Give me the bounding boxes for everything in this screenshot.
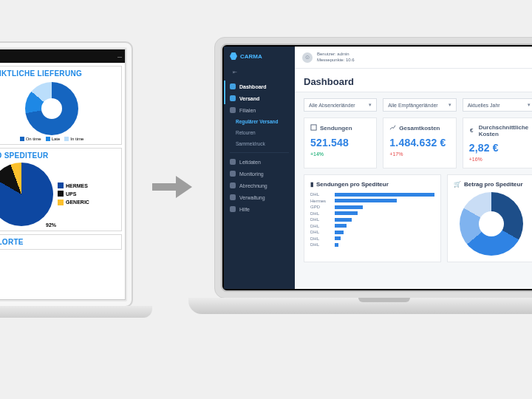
donut-delivery-chart: [25, 82, 78, 135]
menu-icon: [230, 206, 236, 212]
brand-logo-icon: [230, 52, 237, 60]
kpi-value: 521.548: [310, 137, 370, 149]
legend-generic: GENERIC: [58, 198, 89, 206]
bar-label: DHL: [310, 224, 331, 228]
bar-row: DHL: [310, 236, 434, 241]
transform-arrow-icon: [152, 174, 192, 200]
new-screen: CARMA ⇤ DashboardVersandFilialenReguläre…: [224, 47, 532, 289]
bar-fill: [335, 199, 397, 202]
chevron-down-icon: ▾: [528, 102, 531, 108]
bar-row: Hermes: [310, 199, 434, 203]
legend-hermes: HERMES: [58, 182, 89, 190]
bar-fill: [335, 236, 341, 240]
new-laptop: CARMA ⇤ DashboardVersandFilialenReguläre…: [214, 37, 532, 299]
bar-row: DHL: [310, 224, 434, 228]
sidebar-item-sammeldruck[interactable]: Sammeldruck: [224, 138, 295, 149]
filter-label: Alle Absenderländer: [309, 103, 355, 108]
bar-row: DHL: [310, 217, 434, 222]
chevron-down-icon: ▾: [449, 102, 451, 108]
old-card-zielorte: ZIELORTE: [0, 234, 122, 250]
pie-legend: HERMES UPS GENERIC: [58, 182, 89, 207]
package-icon: [310, 124, 317, 132]
old-laptop: • • • ⋯ PÜNKTLICHE LIEFERUNG On time Lat…: [0, 41, 133, 307]
old-screen: • • • ⋯ PÜNKTLICHE LIEFERUNG On time Lat…: [0, 49, 126, 300]
bar-row: DHL: [310, 230, 434, 234]
filter-alle-empfängerländer[interactable]: Alle Empfängerländer▾: [383, 98, 456, 112]
sidebar-item-hilfe[interactable]: Hilfe: [224, 203, 295, 215]
donut-betrag-chart: [460, 192, 523, 256]
filter-label: Aktuelles Jahr: [468, 103, 500, 108]
sidebar-item-regulärer-versand[interactable]: Regulärer Versand: [224, 116, 295, 127]
kpi-sendungen: Sendungen521.548+14%: [304, 117, 377, 168]
old-card-pro-title: PRO SPEDITEUR: [0, 151, 118, 160]
nav-menu: DashboardVersandFilialenRegulärer Versan…: [224, 78, 295, 218]
chevron-down-icon: ▾: [369, 102, 372, 108]
kpi-delta: +14%: [310, 151, 370, 157]
bar-label: DHL: [310, 230, 331, 234]
menu-icon: [230, 107, 236, 113]
svg-rect-0: [311, 125, 316, 130]
bars-body: DHLHermesGPDDHLDHLDHLDHLDHLDHL: [310, 192, 434, 247]
bar-fill: [335, 205, 363, 209]
pie-main-pct: 92%: [46, 222, 56, 228]
panel-row: ▮ Sendungen pro Spediteur DHLHermesGPDDH…: [295, 168, 532, 262]
bar-fill: [335, 211, 358, 215]
menu-icon: [230, 171, 236, 177]
menu-icon: [230, 95, 236, 101]
legend-ups: UPS: [58, 190, 89, 198]
bar-label: DHL: [310, 211, 331, 216]
menu-separator: [230, 152, 289, 153]
old-topbar: • • • ⋯: [0, 50, 125, 63]
kpi-title: Durchschnittliche Kosten: [479, 124, 529, 137]
sidebar: CARMA ⇤ DashboardVersandFilialenReguläre…: [224, 47, 295, 289]
avatar-icon[interactable]: ☺: [302, 52, 313, 63]
bar-row: DHL: [310, 192, 434, 197]
kpi-delta: +17%: [389, 151, 449, 157]
old-topbar-text: ⋯: [117, 54, 122, 59]
sidebar-item-abrechnung[interactable]: Abrechnung: [224, 180, 295, 191]
sidebar-item-retouren[interactable]: Retouren: [224, 127, 295, 138]
user-sub: Messepunkte: 10.6: [317, 58, 355, 63]
menu-label: Sammeldruck: [236, 141, 265, 146]
sidebar-item-leitdaten[interactable]: Leitdaten: [224, 156, 295, 168]
old-card-pro-spediteur: PRO SPEDITEUR 92% HERMES UPS GENERIC: [0, 148, 122, 231]
brand[interactable]: CARMA: [224, 47, 295, 67]
menu-label: Dashboard: [239, 84, 267, 89]
legend-a: On time: [20, 137, 41, 141]
menu-icon: [230, 183, 236, 188]
filter-row: Alle Absenderländer▾Alle Empfängerländer…: [295, 92, 532, 117]
filter-alle-absenderländer[interactable]: Alle Absenderländer▾: [304, 98, 377, 112]
menu-label: Abrechnung: [239, 183, 267, 188]
sidebar-collapse-button[interactable]: ⇤: [224, 67, 295, 78]
user-meta: Benutzer: admin Messepunkte: 10.6: [317, 52, 355, 62]
menu-label: Versand: [239, 96, 259, 101]
svg-text:€: €: [470, 127, 474, 134]
old-card-zielorte-title: ZIELORTE: [0, 238, 118, 246]
new-laptop-base: [188, 298, 532, 314]
legend-c: In time: [64, 137, 83, 141]
old-card-delivery-title: PÜNKTLICHE LIEFERUNG: [0, 69, 118, 78]
kpi-value: 2,82 €: [469, 142, 529, 154]
sidebar-item-dashboard[interactable]: Dashboard: [224, 81, 295, 92]
sidebar-item-versand[interactable]: Versand: [224, 92, 295, 104]
menu-label: Regulärer Versand: [236, 119, 278, 124]
kpi-delta: +16%: [469, 157, 529, 162]
panel-donut-title: Betrag pro Spediteur: [464, 181, 523, 188]
sidebar-item-verwaltung[interactable]: Verwaltung: [224, 191, 295, 203]
menu-label: Verwaltung: [239, 195, 265, 200]
sidebar-item-filialen[interactable]: Filialen: [224, 104, 295, 116]
filter-aktuelles-jahr[interactable]: Aktuelles Jahr▾: [463, 98, 532, 112]
bar-fill: [335, 231, 344, 234]
menu-icon: [230, 194, 236, 200]
kpi-durchschnittliche-kosten: €Durchschnittliche Kosten2,82 €+16%: [463, 117, 532, 168]
bar-label: DHL: [310, 236, 331, 241]
kpi-title: Gesamtkosten: [399, 125, 440, 132]
bar-label: DHL: [310, 217, 331, 222]
sidebar-item-monitoring[interactable]: Monitoring: [224, 168, 295, 180]
bar-fill: [335, 224, 347, 228]
menu-icon: [230, 83, 236, 89]
donut-delivery-legend: On time Late In time: [0, 137, 118, 141]
bar-fill: [335, 218, 352, 222]
panel-bars: ▮ Sendungen pro Spediteur DHLHermesGPDDH…: [304, 174, 441, 262]
kpi-value: 1.484.632 €: [389, 137, 449, 149]
